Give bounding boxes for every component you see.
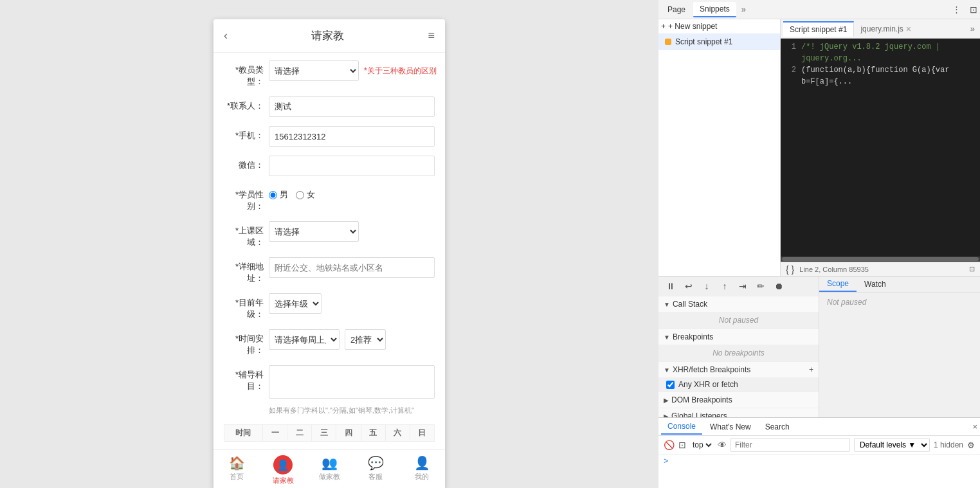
dom-header[interactable]: ▶ DOM Breakpoints (658, 392, 819, 408)
nav-service[interactable]: 💬 客服 (352, 450, 399, 488)
radio-male[interactable]: 男 (269, 189, 288, 201)
select-grade[interactable]: 选择年级 (269, 293, 322, 314)
menu-icon[interactable]: ≡ (428, 29, 435, 42)
input-wechat[interactable] (269, 156, 435, 176)
console-clear-icon[interactable]: 🚫 (664, 440, 675, 450)
console-context-select[interactable]: top (690, 438, 714, 452)
editor-area: Script snippet #1 jquery.min.js × » 1 /*… (781, 19, 980, 276)
control-area: 请选择 (269, 221, 435, 242)
snippet-item-1[interactable]: Script snippet #1 (658, 33, 780, 50)
xhr-label: XHR/fetch Breakpoints (673, 365, 750, 374)
time-col-sun: 日 (410, 425, 434, 442)
code-text-1: /*! jQuery v1.8.2 jquery.com | jquery.or… (801, 41, 975, 64)
tab-snippets[interactable]: Snippets (693, 2, 736, 17)
console-filter-input[interactable] (730, 438, 850, 452)
console-panel: Console What's New Search × 🚫 ⊡ top 👁 De… (658, 417, 980, 488)
mobile-card: ‹ 请家教 ≡ *教员类型： 请选择 *关于三种教员的区别 (213, 19, 445, 488)
editor-content[interactable]: 1 /*! jQuery v1.8.2 jquery.com | jquery.… (781, 39, 980, 257)
nav-home[interactable]: 🏠 首页 (213, 450, 260, 488)
call-stack-label: Call Stack (673, 300, 707, 309)
record-button[interactable]: ⏺ (772, 279, 786, 293)
select-area[interactable]: 请选择 (269, 221, 359, 242)
step-over-button[interactable]: ↩ (682, 279, 696, 293)
debugger-toolbar: ⏸ ↩ ↓ ↑ ⇥ ✏ ⏺ (658, 276, 819, 296)
editor-tabs-more[interactable]: » (968, 24, 977, 33)
devtools-panel: Page Snippets » ⋮ ⊡ + + New snippet Scri… (658, 0, 980, 488)
input-address[interactable] (269, 257, 435, 278)
scrollbar-thumb (782, 257, 979, 261)
subject-hint: 如果有多门学科以","分隔,如"钢琴,数学,计算机" (269, 406, 414, 415)
xhr-checkbox[interactable] (666, 381, 675, 389)
label-subject: *辅导科目： (224, 365, 269, 392)
xhr-checkbox-label: Any XHR or fetch (678, 380, 738, 389)
add-xhr-button[interactable]: + (809, 365, 813, 374)
select-frequency[interactable]: 请选择每周上几次 (269, 329, 340, 350)
step-into-button[interactable]: ↓ (700, 279, 714, 293)
control-wechat (269, 156, 435, 176)
new-snippet-button[interactable]: + + New snippet (658, 19, 780, 33)
tab-whats-new[interactable]: What's New (703, 420, 758, 434)
step-button[interactable]: ⇥ (736, 279, 750, 293)
nav-teaching[interactable]: 👥 做家教 (306, 450, 352, 488)
console-body[interactable]: > (658, 455, 980, 488)
xhr-header[interactable]: ▼ XHR/fetch Breakpoints + (658, 362, 819, 377)
control-phone (269, 126, 435, 147)
control-gender: 男 女 (269, 185, 435, 201)
field-gender: *学员性别： 男 女 (224, 185, 435, 212)
step-out-button[interactable]: ↑ (718, 279, 732, 293)
tab-console[interactable]: Console (661, 419, 702, 435)
console-toggle-icon[interactable]: ⊡ (678, 440, 686, 450)
label-grade: *目前年级： (224, 293, 269, 320)
nav-tutoring-label: 请家教 (273, 476, 294, 485)
editor-scrollbar[interactable] (781, 257, 980, 262)
console-settings-icon[interactable]: ⚙ (967, 440, 975, 450)
breakpoints-section: ▼ Breakpoints No breakpoints (658, 329, 819, 362)
teacher-type-link[interactable]: *关于三种教员的区别 (364, 66, 437, 77)
select-recommend[interactable]: 2推荐 (345, 329, 386, 350)
nav-tutoring[interactable]: 👤 请家教 (260, 450, 306, 488)
nav-mine[interactable]: 👤 我的 (399, 450, 445, 488)
tab-page[interactable]: Page (661, 3, 692, 17)
call-stack-header[interactable]: ▼ Call Stack (658, 296, 819, 312)
editor-position: Line 2, Column 85935 (799, 266, 869, 273)
input-contact[interactable] (269, 96, 435, 117)
editor-tab-snippet[interactable]: Script snippet #1 (783, 21, 854, 37)
radio-female[interactable]: 女 (296, 189, 315, 201)
label-gender: *学员性别： (224, 185, 269, 212)
label-area: *上课区域： (224, 221, 269, 248)
console-eye-icon[interactable]: 👁 (718, 440, 727, 450)
tutoring-icon: 👤 (273, 455, 293, 474)
xhr-section: ▼ XHR/fetch Breakpoints + Any XHR or fet… (658, 362, 819, 392)
home-icon: 🏠 (229, 455, 245, 471)
control-schedule: 请选择每周上几次 2推荐 (269, 329, 435, 350)
app-title: 请家教 (228, 28, 428, 43)
pause-button[interactable]: ⏸ (664, 279, 678, 293)
global-listeners-header[interactable]: ▶ Global Listeners (658, 408, 819, 417)
edit-button[interactable]: ✏ (754, 279, 768, 293)
control-contact (269, 96, 435, 117)
tabs-more-icon[interactable]: » (738, 2, 750, 17)
tab-search[interactable]: Search (759, 420, 796, 434)
levels-select[interactable]: Default levels ▼ (854, 438, 930, 452)
breakpoints-arrow: ▼ (664, 334, 670, 341)
nav-home-label: 首页 (230, 472, 244, 482)
close-tab-icon[interactable]: × (906, 24, 911, 34)
devtools-upper: + + New snippet Script snippet #1 Script… (658, 19, 980, 276)
devtools-menu-icon[interactable]: ⋮ (948, 2, 965, 17)
label-teacher-type: *教员类型： (224, 60, 269, 87)
scope-tab[interactable]: Scope (819, 276, 857, 292)
time-table: 时间 一 二 三 四 五 六 日 (224, 424, 435, 442)
console-close-button[interactable]: × (972, 422, 977, 431)
editor-tab-jquery[interactable]: jquery.min.js × (854, 21, 918, 37)
select-teacher-type[interactable]: 请选择 (269, 60, 359, 81)
code-text-2: (function(a,b){function G(a){var b=F[a]=… (801, 64, 975, 87)
watch-tab[interactable]: Watch (857, 277, 894, 291)
snippets-panel: + + New snippet Script snippet #1 (658, 19, 781, 276)
panel-icon[interactable]: ⊡ (970, 5, 977, 15)
field-wechat: 微信： (224, 156, 435, 176)
statusbar-right: ⊡ (969, 265, 975, 273)
textarea-subject[interactable] (269, 365, 435, 399)
label-phone: *手机： (224, 126, 269, 141)
input-phone[interactable] (269, 126, 435, 147)
breakpoints-header[interactable]: ▼ Breakpoints (658, 329, 819, 345)
